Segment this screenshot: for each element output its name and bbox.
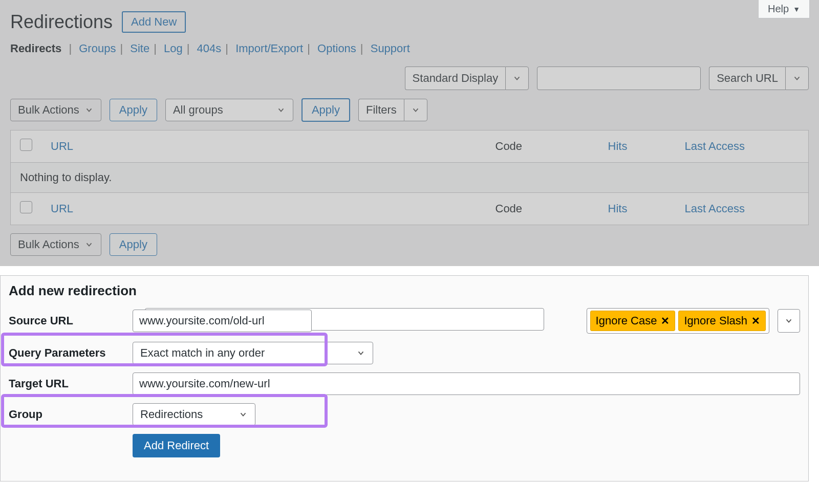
help-label: Help	[768, 3, 789, 15]
chevron-down-icon[interactable]	[785, 67, 809, 90]
group-filter-select[interactable]: All groups	[165, 99, 293, 121]
col-code: Code	[486, 130, 599, 163]
apply-bulk-top[interactable]: Apply	[110, 99, 157, 121]
subnav-support[interactable]: Support	[371, 42, 410, 55]
search-type-select[interactable]: Search URL	[709, 67, 809, 90]
group-select[interactable]: Redirections	[133, 403, 255, 426]
col-hits-foot[interactable]: Hits	[599, 193, 676, 225]
query-params-select[interactable]: Exact match in any order	[133, 342, 373, 364]
label-source: Source URL	[9, 314, 130, 327]
subnav-log[interactable]: Log	[164, 42, 183, 55]
row-source: Source URL Ignore Case ✕ Ignore Slash ✕	[9, 308, 800, 334]
chevron-down-icon	[84, 240, 94, 249]
search-type-label: Search URL	[717, 72, 778, 85]
col-url-foot[interactable]: URL	[41, 193, 486, 225]
group-value: Redirections	[140, 408, 203, 421]
display-mode-select[interactable]: Standard Display	[405, 67, 529, 90]
page-title: Redirections	[10, 11, 113, 33]
row-group: Group Redirections	[9, 403, 800, 426]
group-filter-label: All groups	[173, 103, 223, 117]
panel-heading: Add new redirection	[9, 283, 800, 299]
col-code-foot: Code	[486, 193, 599, 225]
close-icon[interactable]: ✕	[751, 315, 760, 327]
col-last-foot[interactable]: Last Access	[676, 193, 809, 225]
select-all-checkbox[interactable]	[20, 139, 32, 151]
add-redirection-panel: Add new redirection Source URL Ignore Ca…	[0, 275, 809, 481]
url-options-tags[interactable]: Ignore Case ✕ Ignore Slash ✕	[587, 308, 769, 334]
select-all-checkbox-bottom[interactable]	[20, 201, 32, 213]
apply-bulk-bottom[interactable]: Apply	[110, 233, 157, 256]
chevron-down-icon[interactable]	[404, 99, 427, 121]
subnav-404s[interactable]: 404s	[197, 42, 222, 55]
chevron-down-icon	[84, 105, 94, 115]
bulk-actions-bottom[interactable]: Bulk Actions	[10, 233, 101, 256]
tag-ignore-case[interactable]: Ignore Case ✕	[590, 311, 676, 331]
chevron-down-icon	[784, 316, 793, 325]
chevron-down-icon	[276, 105, 286, 115]
apply-group-filter[interactable]: Apply	[301, 98, 350, 122]
tag-label: Ignore Slash	[684, 314, 747, 327]
col-url[interactable]: URL	[41, 130, 486, 163]
subnav-options[interactable]: Options	[317, 42, 356, 55]
col-hits[interactable]: Hits	[599, 130, 676, 163]
label-group: Group	[9, 408, 130, 421]
url-options-dropdown[interactable]	[778, 309, 800, 333]
filters-label: Filters	[366, 103, 397, 117]
query-value: Exact match in any order	[140, 346, 265, 360]
bulk-label-bottom: Bulk Actions	[18, 238, 79, 251]
target-url-input[interactable]	[133, 372, 800, 395]
col-last[interactable]: Last Access	[676, 130, 809, 163]
empty-message: Nothing to display.	[11, 163, 809, 193]
add-redirect-button[interactable]: Add Redirect	[133, 434, 220, 457]
add-new-button[interactable]: Add New	[122, 11, 186, 33]
row-query: Query Parameters Exact match in any orde…	[9, 342, 800, 364]
help-tab[interactable]: Help ▼	[758, 0, 810, 18]
chevron-down-icon: ▼	[793, 5, 800, 13]
row-submit: Add Redirect	[9, 434, 800, 457]
tag-ignore-slash[interactable]: Ignore Slash ✕	[678, 311, 766, 331]
label-target: Target URL	[9, 377, 130, 390]
subnav-groups[interactable]: Groups	[79, 42, 116, 55]
table-empty-row: Nothing to display.	[11, 163, 809, 193]
table-footer-row: URL Code Hits Last Access	[11, 193, 809, 225]
bulk-actions-top[interactable]: Bulk Actions	[10, 99, 101, 121]
row-target: Target URL	[9, 372, 800, 395]
close-icon[interactable]: ✕	[661, 315, 670, 327]
redirects-table: URL Code Hits Last Access Nothing to dis…	[10, 130, 809, 225]
bulk-label: Bulk Actions	[18, 103, 79, 117]
table-header-row: URL Code Hits Last Access	[11, 130, 809, 163]
search-input[interactable]	[537, 67, 701, 90]
chevron-down-icon	[239, 410, 248, 419]
display-mode-label: Standard Display	[413, 72, 499, 85]
chevron-down-icon	[356, 348, 365, 358]
subnav-current: Redirects	[10, 42, 61, 55]
chevron-down-icon[interactable]	[505, 67, 529, 90]
subnav-site[interactable]: Site	[130, 42, 149, 55]
label-query: Query Parameters	[9, 346, 130, 360]
subnav-import[interactable]: Import/Export	[235, 42, 303, 55]
tag-label: Ignore Case	[596, 314, 657, 327]
source-url-input[interactable]	[133, 310, 312, 332]
sub-nav: Redirects | Groups| Site| Log| 404s| Imp…	[10, 42, 809, 55]
filters-select[interactable]: Filters	[358, 99, 427, 121]
